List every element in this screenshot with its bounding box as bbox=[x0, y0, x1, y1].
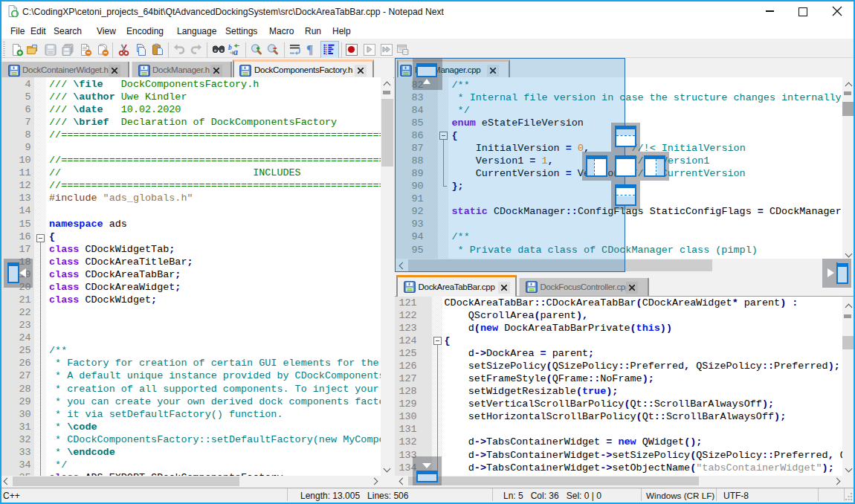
svg-text:a: a bbox=[233, 47, 238, 56]
svg-text:b: b bbox=[228, 44, 232, 51]
